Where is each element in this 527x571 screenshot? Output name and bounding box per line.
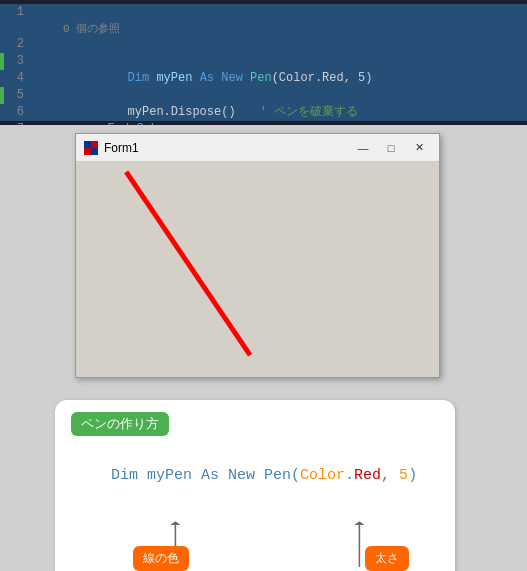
svg-rect-2: [84, 148, 91, 155]
line-number: 4: [4, 70, 24, 87]
line-number: 6: [4, 104, 24, 121]
code-close-paren: ): [408, 467, 417, 484]
code-size-arg: 5: [399, 467, 408, 484]
line-width-badge: 太さ: [365, 546, 409, 571]
code-lines: 1 ⊟Public Class Form1 0 個の参照 2 ⊟ Private…: [0, 0, 527, 125]
annotation-area: 線の色 太さ: [71, 521, 439, 571]
code-editor: 1 ⊟Public Class Form1 0 個の参照 2 ⊟ Private…: [0, 0, 527, 125]
green-bar: [0, 53, 4, 70]
line-number: 7: [4, 121, 24, 125]
code-line-1b: 0 個の参照: [0, 21, 527, 36]
info-box: ペンの作り方 Dim myPen As New Pen(Color.Red, 5…: [55, 400, 455, 571]
svg-rect-0: [84, 141, 91, 148]
form1-window: Form1 — □ ✕: [75, 133, 440, 378]
code-line-2: 2 ⊟ Private Sub Form1_Paint(sender As Ob…: [0, 36, 527, 53]
code-keyword-dim: Dim myPen As New Pen(: [111, 467, 300, 484]
green-bar: [0, 87, 4, 104]
window-titlebar: Form1 — □ ✕: [76, 134, 439, 162]
code-color-arg: Color: [300, 467, 345, 484]
info-box-code: Dim myPen As New Pen(Color.Red, 5): [75, 450, 439, 501]
line-color-badge: 線の色: [133, 546, 189, 571]
svg-marker-6: [170, 521, 180, 525]
svg-rect-3: [91, 148, 98, 155]
form1-body: [76, 162, 439, 377]
info-box-label: ペンの作り方: [71, 412, 169, 436]
code-red-arg: Red: [354, 467, 381, 484]
svg-rect-1: [91, 141, 98, 148]
close-button[interactable]: ✕: [407, 138, 431, 158]
maximize-button[interactable]: □: [379, 138, 403, 158]
svg-line-4: [126, 172, 250, 355]
svg-marker-8: [354, 521, 364, 525]
window-title: Form1: [104, 141, 351, 155]
form-icon: [84, 141, 98, 155]
line-number: 5: [4, 87, 24, 104]
code-dot: .: [345, 467, 354, 484]
line-number: 2: [4, 36, 24, 53]
code-line-5: 5 myPen.Dispose() ' ペンを破棄する: [0, 87, 527, 104]
window-controls: — □ ✕: [351, 138, 431, 158]
minimize-button[interactable]: —: [351, 138, 375, 158]
code-comma: ,: [381, 467, 399, 484]
line-content: myPen.Dispose() ' ペンを破棄する: [30, 87, 358, 125]
line-number: 3: [4, 53, 24, 70]
code-line-1: 1 ⊟Public Class Form1: [0, 4, 527, 21]
code-line-3: 3 Dim myPen As New Pen(Color.Red, 5): [0, 53, 527, 70]
form-canvas: [76, 162, 439, 377]
line-number: 1: [4, 4, 24, 21]
